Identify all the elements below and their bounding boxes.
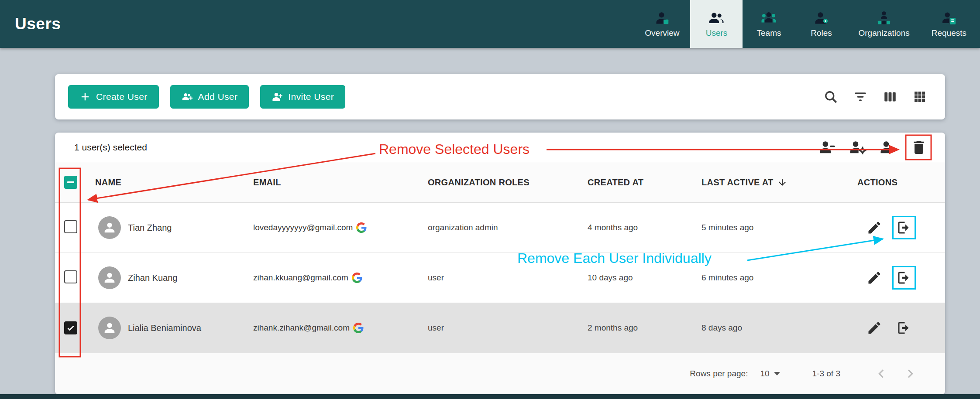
requests-icon [941, 10, 957, 26]
created-at-cell: 10 days ago [588, 273, 701, 283]
nav-item-teams[interactable]: Teams [743, 0, 795, 48]
invite-user-label: Invite User [288, 92, 334, 102]
row-actions-cell [857, 216, 945, 239]
organization-roles-cell: organization admin [428, 223, 588, 232]
column-view-icon[interactable] [882, 89, 898, 105]
created-at-cell: 2 months ago [588, 323, 701, 333]
google-icon [353, 323, 364, 333]
select-all-checkbox[interactable] [64, 176, 77, 189]
user-group-add-icon [182, 91, 193, 102]
top-navigation: Overview Users Teams Roles [634, 0, 980, 48]
column-header-actions: ACTIONS [857, 177, 945, 188]
last-active-at-cell: 8 days ago [701, 323, 857, 333]
created-at-cell: 4 months ago [588, 223, 701, 232]
teams-icon [761, 10, 777, 26]
remove-user-icon[interactable] [892, 316, 916, 340]
user-name: Tian Zhang [128, 223, 172, 233]
next-page-button[interactable] [901, 365, 919, 382]
invite-user-button[interactable]: Invite User [260, 85, 345, 109]
table-row: Tian Zhang lovedayyyyyyy@gmail.com organ… [55, 203, 945, 253]
nav-item-overview[interactable]: Overview [634, 0, 690, 48]
google-icon [352, 273, 362, 283]
top-bar: Users Overview Users Teams [0, 0, 980, 48]
column-header-last-active-at[interactable]: LAST ACTIVE AT [701, 177, 857, 188]
user-name-cell: Lialia Beniaminova [95, 317, 253, 339]
user-email: zihan.kkuang@gmail.com [253, 273, 348, 283]
user-name-cell: Tian Zhang [95, 216, 253, 239]
rows-per-page-select[interactable]: 10 [760, 369, 780, 379]
user-email-cell: zihan.kkuang@gmail.com [253, 273, 428, 283]
organizations-icon [876, 10, 892, 26]
last-active-label: LAST ACTIVE AT [701, 177, 774, 188]
selection-count-text: 1 user(s) selected [74, 142, 147, 153]
plus-icon [79, 91, 91, 102]
header-checkbox-cell [55, 176, 95, 189]
row-checkbox[interactable] [64, 321, 77, 334]
roles-icon [813, 10, 829, 26]
filter-icon[interactable] [853, 89, 868, 105]
table-header-row: NAME EMAIL ORGANIZATION ROLES CREATED AT… [55, 162, 945, 203]
toolbar-icon-group [823, 89, 928, 105]
avatar [98, 317, 121, 339]
avatar [98, 216, 121, 239]
user-email-cell: lovedayyyyyyy@gmail.com [253, 222, 428, 233]
selection-bar: 1 user(s) selected [55, 133, 945, 162]
remove-user-icon[interactable] [892, 216, 916, 239]
add-user-button[interactable]: Add User [170, 85, 249, 109]
table-row: Lialia Beniaminova zihank.zihank@gmail.c… [55, 303, 945, 353]
bottom-edge-bar [0, 394, 980, 399]
grid-view-icon[interactable] [912, 89, 928, 105]
user-settings-icon[interactable] [849, 139, 867, 156]
users-icon [708, 10, 724, 26]
nav-label-roles: Roles [811, 28, 832, 38]
indeterminate-dash [67, 181, 74, 183]
user-email-cell: zihank.zihank@gmail.com [253, 323, 428, 333]
users-admin-page: Users Overview Users Teams [0, 0, 980, 399]
column-header-created-at: CREATED AT [588, 177, 701, 188]
rows-per-page-value: 10 [760, 369, 769, 379]
nav-item-users[interactable]: Users [690, 0, 743, 48]
row-checkbox[interactable] [64, 270, 77, 283]
nav-label-requests: Requests [932, 28, 966, 38]
page-title: Users [0, 15, 61, 33]
edit-user-icon[interactable] [863, 216, 886, 239]
caret-down-icon [774, 372, 780, 375]
column-header-name: NAME [95, 177, 253, 188]
last-active-at-cell: 5 minutes ago [701, 223, 857, 232]
last-active-at-cell: 6 minutes ago [701, 273, 857, 283]
user-email: lovedayyyyyyy@gmail.com [253, 223, 353, 232]
row-checkbox-cell [55, 270, 95, 285]
remove-user-from-team-icon[interactable] [818, 139, 836, 156]
nav-item-organizations[interactable]: Organizations [847, 0, 920, 48]
users-table-card: 1 user(s) selected NAME [55, 133, 945, 394]
overview-icon [654, 10, 670, 26]
user-add-icon [272, 91, 283, 102]
nav-label-organizations: Organizations [858, 28, 909, 38]
edit-user-icon[interactable] [863, 316, 886, 340]
avatar [98, 266, 121, 289]
user-name: Zihan Kuang [128, 273, 177, 283]
search-icon[interactable] [823, 89, 839, 105]
add-user-label: Add User [198, 92, 238, 102]
create-user-button[interactable]: Create User [68, 85, 159, 109]
previous-page-button[interactable] [873, 365, 890, 382]
pagination-range-text: 1-3 of 3 [812, 369, 840, 379]
nav-item-roles[interactable]: Roles [795, 0, 847, 48]
google-icon [356, 222, 367, 233]
user-name-cell: Zihan Kuang [95, 266, 253, 289]
nav-item-requests[interactable]: Requests [921, 0, 977, 48]
table-pagination-footer: Rows per page: 10 1-3 of 3 [55, 353, 945, 394]
edit-user-icon[interactable] [863, 266, 886, 290]
delete-selected-users-icon[interactable] [910, 139, 928, 156]
nav-label-overview: Overview [645, 28, 679, 38]
row-checkbox[interactable] [64, 220, 77, 233]
row-checkbox-cell [55, 321, 95, 334]
row-actions-cell [857, 316, 945, 340]
user-badge-icon[interactable] [880, 139, 897, 156]
row-actions-cell [857, 266, 945, 290]
create-user-label: Create User [96, 92, 148, 102]
table-row: Zihan Kuang zihan.kkuang@gmail.com user … [55, 253, 945, 303]
rows-per-page-label: Rows per page: [690, 369, 748, 379]
nav-label-teams: Teams [757, 28, 781, 38]
remove-user-icon[interactable] [892, 266, 916, 290]
